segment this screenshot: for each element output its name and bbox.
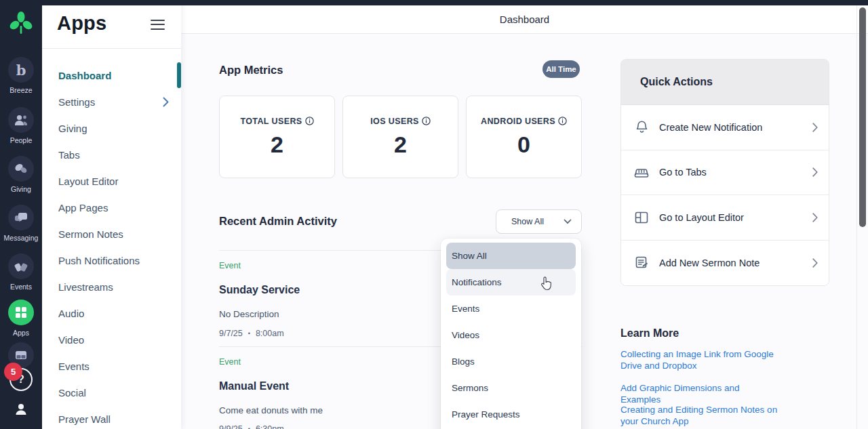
metric-card-ios-users: IOS USERS 2 (342, 96, 458, 178)
activity-title: Manual Event (219, 380, 289, 392)
giving-icon (8, 156, 34, 182)
info-icon[interactable] (305, 117, 314, 125)
menu-item-videos[interactable]: Videos (446, 322, 576, 348)
rail-label-breeze: Breeze (0, 86, 42, 94)
quick-action-go-to-tabs[interactable]: Go to Tabs (621, 150, 829, 196)
learn-more-link-image-link[interactable]: Collecting an Image Link from Google Dri… (620, 348, 782, 371)
tabs-icon (633, 166, 650, 178)
app-screen: b Breeze People Giving (0, 0, 868, 429)
learn-more-heading: Learn More (620, 327, 679, 340)
main-content: Dashboard App Metrics All Time TOTAL USE… (181, 5, 868, 429)
rail-label-giving: Giving (0, 185, 42, 193)
notification-count-badge: 5 (4, 363, 22, 381)
breeze-icon: b (8, 57, 34, 83)
activity-filter-dropdown[interactable]: Show All (496, 209, 582, 234)
rail-item-account[interactable] (0, 401, 42, 420)
mouse-cursor-hand (539, 277, 553, 291)
rail-item-breeze[interactable]: b Breeze (0, 57, 42, 94)
rail-label-events: Events (0, 283, 42, 291)
chevron-down-icon (564, 219, 572, 224)
sidebar-item-push-notifications[interactable]: Push Notifications (42, 247, 181, 274)
sidebar-title: Apps (57, 12, 106, 35)
metric-value: 2 (271, 131, 283, 158)
icon-rail: b Breeze People Giving (0, 0, 42, 429)
sidebar-item-giving[interactable]: Giving (42, 115, 181, 142)
metric-card-android-users: ANDROID USERS 0 (466, 96, 582, 178)
chevron-right-icon (163, 97, 169, 107)
page-header: Dashboard (181, 5, 868, 34)
quick-action-label: Create New Notification (659, 122, 812, 133)
page-title: Dashboard (181, 5, 868, 34)
sidebar-item-app-pages[interactable]: App Pages (42, 195, 181, 221)
quick-action-create-notification[interactable]: Create New Notification (621, 105, 829, 150)
sidebar-item-events[interactable]: Events (42, 353, 181, 380)
menu-item-events[interactable]: Events (446, 295, 576, 322)
activity-type-label: Event (219, 261, 241, 270)
hamburger-menu-icon[interactable] (151, 20, 165, 30)
sidebar-item-social[interactable]: Social (42, 380, 181, 406)
quick-action-add-sermon-note[interactable]: Add New Sermon Note (621, 241, 829, 286)
rail-item-extensions[interactable] (0, 342, 42, 368)
account-icon (13, 401, 29, 417)
sidebar-item-audio[interactable]: Audio (42, 300, 181, 327)
vertical-scrollbar[interactable] (859, 7, 866, 227)
rail-item-giving[interactable]: Giving (0, 156, 42, 193)
metric-label: TOTAL USERS (240, 117, 302, 126)
sidebar-item-livestreams[interactable]: Livestreams (42, 274, 181, 300)
breeze-plant-logo-icon[interactable] (9, 11, 33, 38)
top-dark-strip (0, 0, 868, 5)
sidebar-item-tabs[interactable]: Tabs (42, 142, 181, 168)
rail-item-messaging[interactable]: Messaging (0, 205, 42, 242)
activity-description: Come eat donuts with me (219, 405, 323, 415)
activity-datetime: 9/9/25•6:30pm (219, 424, 284, 429)
recent-admin-activity-heading: Recent Admin Activity (219, 215, 337, 228)
menu-item-show-all[interactable]: Show All (446, 243, 576, 269)
menu-item-notifications[interactable]: Notifications (446, 269, 576, 295)
sermon-note-icon (633, 256, 650, 270)
quick-action-label: Go to Layout Editor (659, 212, 812, 223)
activity-filter-menu: Show All Notifications Events Videos Blo… (441, 239, 581, 429)
metric-value: 0 (517, 131, 530, 158)
layout-icon (633, 211, 650, 224)
info-icon[interactable] (558, 117, 567, 125)
bell-icon (633, 120, 650, 134)
quick-actions-panel: Quick Actions Create New Notification Go… (620, 59, 829, 286)
rail-label-apps: Apps (0, 329, 42, 337)
activity-description: No Description (219, 309, 279, 319)
messaging-icon (8, 205, 34, 230)
sidebar-item-sermon-notes[interactable]: Sermon Notes (42, 221, 181, 247)
rail-label-messaging: Messaging (0, 234, 42, 242)
sidebar-item-layout-editor[interactable]: Layout Editor (42, 168, 181, 195)
sidebar-nav: Dashboard Settings Giving Tabs Layout Ed… (42, 62, 181, 429)
sidebar-item-prayer-wall[interactable]: Prayer Wall (42, 406, 181, 429)
app-metrics-heading: App Metrics (219, 64, 283, 77)
metric-label: IOS USERS (370, 117, 419, 126)
quick-action-go-to-layout-editor[interactable]: Go to Layout Editor (621, 195, 829, 241)
metric-value: 2 (394, 131, 407, 158)
metric-card-total-users: TOTAL USERS 2 (219, 96, 335, 178)
sidebar-item-video[interactable]: Video (42, 327, 181, 353)
metric-label: ANDROID USERS (481, 117, 555, 126)
learn-more-link-sermon-notes[interactable]: Creating and Editing Sermon Notes on you… (620, 404, 782, 427)
apps-icon (8, 300, 34, 325)
menu-item-blogs[interactable]: Blogs (446, 348, 576, 375)
sidebar-item-dashboard[interactable]: Dashboard (42, 62, 181, 89)
learn-more-link-graphic-dimensions[interactable]: Add Graphic Dimensions and Examples (620, 382, 782, 405)
menu-item-prayer-requests[interactable]: Prayer Requests (446, 401, 576, 428)
menu-item-sermons[interactable]: Sermons (446, 375, 576, 401)
people-icon (8, 107, 34, 133)
info-icon[interactable] (422, 117, 431, 125)
rail-item-apps[interactable]: Apps (0, 300, 42, 337)
rail-item-people[interactable]: People (0, 107, 42, 144)
activity-filter-selected: Show All (511, 217, 544, 226)
chevron-right-icon (812, 123, 818, 132)
quick-action-label: Go to Tabs (659, 167, 812, 178)
page-edge-divider (856, 5, 857, 429)
rail-item-events[interactable]: Events (0, 253, 42, 291)
chevron-right-icon (812, 258, 818, 268)
events-icon (8, 253, 34, 279)
all-time-filter-button[interactable]: All Time (542, 60, 580, 78)
chevron-right-icon (812, 213, 818, 222)
sidebar-header: Apps (42, 0, 181, 49)
sidebar-item-settings[interactable]: Settings (42, 89, 181, 115)
